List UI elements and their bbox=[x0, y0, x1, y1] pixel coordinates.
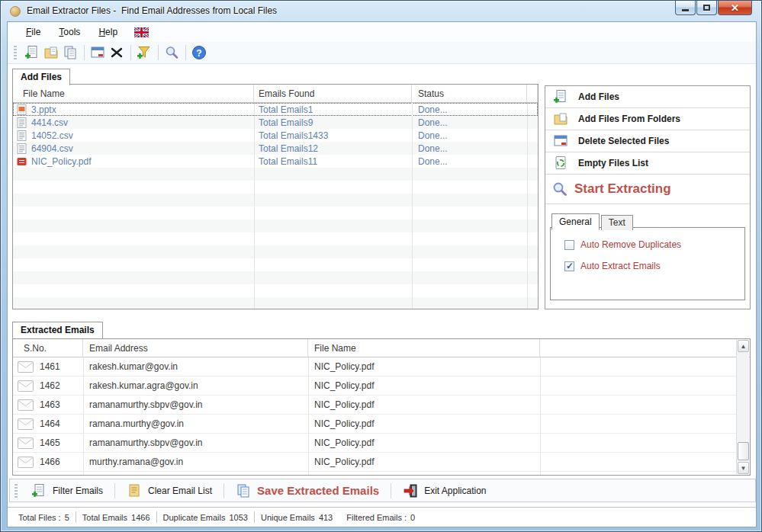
filter-add-icon bbox=[137, 45, 152, 60]
close-icon: ✕ bbox=[731, 3, 739, 13]
emails-panel-tab[interactable]: Extracted Emails bbox=[12, 322, 103, 338]
auto-remove-duplicates-option[interactable]: Auto Remove Duplicates bbox=[564, 239, 744, 250]
auto-extract-emails-checkbox[interactable] bbox=[564, 261, 574, 271]
sidebar-add-files-button[interactable]: Add Files bbox=[545, 86, 750, 108]
email-file: NIC_Policy.pdf bbox=[308, 434, 540, 452]
email-sno: 1465 bbox=[40, 437, 60, 448]
toolbar-separator bbox=[114, 483, 115, 498]
file-name: 4414.csv bbox=[31, 117, 68, 128]
file-status: Done... bbox=[412, 103, 527, 116]
delete-x-toolbar-button[interactable] bbox=[108, 43, 126, 62]
sidebar-add-folders-button[interactable]: Add Files From Folders bbox=[545, 108, 750, 130]
file-row[interactable]: 3.pptx Total Emails1 Done... bbox=[13, 103, 538, 116]
email-address: ramana.murthy@gov.in bbox=[83, 415, 308, 433]
menu-tools[interactable]: Tools bbox=[51, 24, 88, 40]
scroll-thumb[interactable] bbox=[738, 442, 749, 460]
email-sno: 1463 bbox=[40, 399, 60, 410]
title-bar[interactable]: Email Extractor Files - Find Email Addre… bbox=[1, 1, 762, 21]
sidebar-add-files-label: Add Files bbox=[578, 91, 619, 102]
help-icon: ? bbox=[191, 45, 207, 60]
email-sno: 1464 bbox=[40, 418, 60, 429]
emails-scrollbar[interactable]: ▲ ▼ bbox=[736, 340, 749, 474]
auto-extract-emails-option[interactable]: Auto Extract Emails bbox=[564, 261, 744, 271]
envelope-icon bbox=[18, 361, 34, 373]
menu-file[interactable]: File bbox=[18, 24, 48, 40]
email-row[interactable]: 1463 ramanamurthy.sbpv@gov.in NIC_Policy… bbox=[13, 396, 736, 415]
email-address: ramanamurthy.sbpv@gov.in bbox=[83, 434, 308, 452]
toolbar-separator bbox=[185, 45, 186, 60]
copy-files-toolbar-button[interactable] bbox=[61, 43, 79, 62]
files-panel-tab[interactable]: Add Files bbox=[12, 69, 70, 85]
email-row[interactable]: 1466 murthy.ramana@gov.in NIC_Policy.pdf bbox=[13, 453, 736, 472]
start-extracting-button[interactable]: Start Extracting bbox=[545, 175, 750, 204]
envelope-icon bbox=[18, 457, 34, 468]
pptx-file-icon bbox=[17, 104, 27, 115]
bottom-toolbar: Filter Emails Clear Email List Save Extr… bbox=[9, 479, 756, 502]
file-row[interactable]: 14052.csv Total Emails1433 Done... bbox=[13, 129, 538, 142]
clear-email-list-button[interactable]: Clear Email List bbox=[119, 479, 220, 502]
search-icon bbox=[551, 181, 568, 197]
uk-flag-icon[interactable] bbox=[134, 27, 149, 37]
search-toolbar-button[interactable] bbox=[162, 43, 181, 62]
auto-remove-duplicates-label: Auto Remove Duplicates bbox=[580, 239, 681, 250]
toolbar-separator bbox=[158, 45, 159, 60]
emails-table-header[interactable]: S.No. Email Address File Name bbox=[13, 339, 750, 357]
file-row[interactable]: 4414.csv Total Emails9 Done... bbox=[13, 116, 538, 129]
email-file: NIC_Policy.pdf bbox=[308, 396, 540, 414]
sidebar-delete-files-button[interactable]: Delete Selected Files bbox=[545, 130, 750, 152]
tab-general[interactable]: General bbox=[551, 213, 600, 230]
col-file-name[interactable]: File Name bbox=[13, 85, 254, 102]
exit-application-button[interactable]: Exit Application bbox=[395, 479, 494, 502]
scroll-up-button[interactable]: ▲ bbox=[738, 340, 749, 352]
scroll-down-button[interactable]: ▼ bbox=[738, 462, 749, 474]
toolbar-separator bbox=[391, 483, 391, 498]
files-panel: File Name Emails Found Status 3.pptx To bbox=[12, 84, 539, 309]
envelope-icon bbox=[18, 437, 34, 449]
x-icon bbox=[109, 45, 124, 60]
app-window: Email Extractor Files - Find Email Addre… bbox=[0, 0, 762, 532]
emails-panel: S.No. Email Address File Name 1461 rake bbox=[12, 338, 751, 476]
file-emails-found: Total Emails9 bbox=[254, 116, 412, 129]
col-status[interactable]: Status bbox=[412, 85, 527, 102]
start-extracting-label: Start Extracting bbox=[574, 181, 671, 197]
tab-text[interactable]: Text bbox=[601, 215, 633, 230]
toolbar-separator bbox=[130, 45, 131, 60]
add-files-icon bbox=[24, 45, 40, 60]
file-row[interactable]: 64904.csv Total Emails12 Done... bbox=[13, 142, 538, 155]
emails-table: S.No. Email Address File Name 1461 rake bbox=[13, 339, 750, 475]
auto-remove-duplicates-checkbox[interactable] bbox=[564, 240, 574, 250]
toolbar-grip[interactable] bbox=[14, 46, 17, 59]
filter-toolbar-button[interactable] bbox=[135, 43, 153, 62]
file-row[interactable]: NIC_Policy.pdf Total Emails11 Done... bbox=[13, 155, 538, 168]
col-emails-found[interactable]: Emails Found bbox=[254, 85, 412, 102]
window-body: File Tools Help bbox=[7, 21, 757, 527]
close-button[interactable]: ✕ bbox=[718, 1, 752, 15]
menu-bar: File Tools Help bbox=[8, 22, 756, 42]
file-status: Done... bbox=[412, 116, 527, 129]
filter-emails-icon bbox=[31, 483, 47, 498]
sidebar-empty-list-button[interactable]: Empty Files List bbox=[545, 152, 750, 175]
email-file: NIC_Policy.pdf bbox=[308, 415, 540, 433]
filter-emails-button[interactable]: Filter Emails bbox=[24, 479, 111, 502]
add-files-toolbar-button[interactable] bbox=[23, 43, 41, 62]
status-total-emails: Total Emails1466 bbox=[76, 513, 156, 522]
minimize-button[interactable] bbox=[675, 1, 696, 15]
email-row[interactable]: 1465 ramanamurthy.sbpv@gov.in NIC_Policy… bbox=[13, 434, 736, 453]
toolbar-grip[interactable] bbox=[14, 484, 18, 498]
email-row[interactable]: 1461 rakesh.kumar@gov.in NIC_Policy.pdf bbox=[13, 357, 736, 377]
files-table-header[interactable]: File Name Emails Found Status bbox=[13, 85, 538, 103]
col-email-address[interactable]: Email Address bbox=[83, 339, 308, 357]
file-name: 3.pptx bbox=[31, 104, 56, 115]
save-extracted-emails-button[interactable]: Save Extracted Emails bbox=[228, 479, 387, 502]
email-row[interactable]: 1464 ramana.murthy@gov.in NIC_Policy.pdf bbox=[13, 415, 736, 434]
file-emails-found: Total Emails1 bbox=[254, 103, 412, 116]
col-file-name[interactable]: File Name bbox=[308, 339, 540, 357]
delete-selected-toolbar-button[interactable] bbox=[88, 43, 107, 62]
add-folder-toolbar-button[interactable] bbox=[42, 43, 60, 62]
email-row[interactable]: 1462 rakesh.kumar.agra@gov.in NIC_Policy… bbox=[13, 377, 736, 396]
help-toolbar-button[interactable]: ? bbox=[190, 43, 208, 62]
menu-help[interactable]: Help bbox=[91, 24, 125, 40]
maximize-button[interactable] bbox=[696, 1, 717, 15]
file-status: Done... bbox=[412, 155, 527, 168]
col-sno[interactable]: S.No. bbox=[13, 339, 83, 357]
